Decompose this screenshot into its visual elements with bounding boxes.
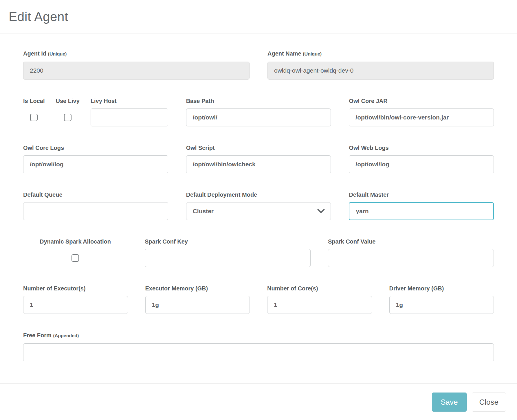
free-form-input[interactable] <box>23 343 494 361</box>
is-local-checkbox[interactable] <box>30 114 38 121</box>
owl-web-logs-input[interactable] <box>349 155 494 173</box>
driver-memory-label: Driver Memory (GB) <box>389 284 494 292</box>
field-default-master: Default Master <box>349 191 494 220</box>
agent-id-label: Agent Id (Unique) <box>23 49 250 58</box>
owl-script-input[interactable] <box>186 155 331 173</box>
base-path-input[interactable] <box>186 108 331 126</box>
dynamic-spark-allocation-label: Dynamic Spark Allocation <box>40 237 111 246</box>
number-of-executors-input[interactable] <box>23 296 128 314</box>
owl-core-logs-label: Owl Core Logs <box>23 144 168 152</box>
row-free-form: Free Form (Appended) <box>23 331 494 361</box>
default-master-label: Default Master <box>349 191 494 199</box>
number-of-cores-label: Number of Core(s) <box>267 284 372 292</box>
agent-name-input <box>267 62 494 80</box>
livy-host-label: Livy Host <box>91 97 168 105</box>
livy-host-input[interactable] <box>91 108 168 126</box>
number-of-cores-input[interactable] <box>267 296 372 314</box>
field-use-livy: Use Livy <box>56 97 79 126</box>
default-deployment-mode-label: Default Deployment Mode <box>186 191 331 199</box>
agent-name-label: Agent Name (Unique) <box>267 49 494 58</box>
field-executor-memory: Executor Memory (GB) <box>145 284 250 314</box>
default-queue-label: Default Queue <box>23 191 168 199</box>
use-livy-label: Use Livy <box>56 97 79 105</box>
free-form-label: Free Form (Appended) <box>23 331 494 340</box>
owl-core-logs-input[interactable] <box>23 155 168 173</box>
field-spark-conf-value: Spark Conf Value <box>328 237 494 267</box>
edit-agent-modal: Edit Agent Agent Id (Unique) Agent Name … <box>0 0 517 420</box>
modal-header: Edit Agent <box>0 0 517 34</box>
row-defaults: Default Queue Default Deployment Mode Cl… <box>23 191 494 220</box>
default-deployment-mode-select[interactable]: Cluster <box>186 202 331 220</box>
executor-memory-input[interactable] <box>145 296 250 314</box>
free-form-suffix: (Appended) <box>53 333 79 338</box>
agent-name-suffix: (Unique) <box>303 51 322 56</box>
livy-group: Is Local Use Livy Livy Host <box>23 97 168 126</box>
spark-conf-value-input[interactable] <box>328 249 494 267</box>
owl-core-jar-label: Owl Core JAR <box>349 97 494 105</box>
field-livy-host: Livy Host <box>91 97 168 126</box>
field-default-queue: Default Queue <box>23 191 168 220</box>
edit-agent-form: Agent Id (Unique) Agent Name (Unique) Is… <box>0 34 517 383</box>
chevron-down-icon <box>317 209 325 214</box>
field-number-of-executors: Number of Executor(s) <box>23 284 128 314</box>
owl-script-label: Owl Script <box>186 144 331 152</box>
default-master-input[interactable] <box>349 202 494 220</box>
field-agent-name: Agent Name (Unique) <box>267 49 494 80</box>
base-path-label: Base Path <box>186 97 331 105</box>
field-number-of-cores: Number of Core(s) <box>267 284 372 314</box>
modal-footer: Save Close <box>0 383 517 420</box>
field-base-path: Base Path <box>186 97 331 126</box>
is-local-label: Is Local <box>23 97 45 105</box>
spark-conf-value-label: Spark Conf Value <box>328 237 494 246</box>
dynamic-spark-allocation-checkbox[interactable] <box>72 254 79 262</box>
agent-id-suffix: (Unique) <box>48 51 67 56</box>
field-owl-script: Owl Script <box>186 144 331 173</box>
driver-memory-input[interactable] <box>389 296 494 314</box>
row-spark-conf: Dynamic Spark Allocation Spark Conf Key … <box>23 237 494 267</box>
default-queue-input[interactable] <box>23 202 168 220</box>
row-logs: Owl Core Logs Owl Script Owl Web Logs <box>23 144 494 173</box>
field-driver-memory: Driver Memory (GB) <box>389 284 494 314</box>
agent-id-input <box>23 62 250 80</box>
field-agent-id: Agent Id (Unique) <box>23 49 250 80</box>
spark-conf-key-input[interactable] <box>145 249 311 267</box>
close-button[interactable]: Close <box>472 393 506 412</box>
executor-memory-label: Executor Memory (GB) <box>145 284 250 292</box>
default-deployment-mode-value: Cluster <box>193 208 214 215</box>
owl-web-logs-label: Owl Web Logs <box>349 144 494 152</box>
use-livy-checkbox[interactable] <box>64 114 72 121</box>
row-resources: Number of Executor(s) Executor Memory (G… <box>23 284 494 314</box>
save-button[interactable]: Save <box>432 393 466 412</box>
row-agent-identity: Agent Id (Unique) Agent Name (Unique) <box>23 49 494 80</box>
field-dynamic-spark-allocation: Dynamic Spark Allocation <box>23 237 127 267</box>
field-default-deployment-mode: Default Deployment Mode Cluster <box>186 191 331 220</box>
field-is-local: Is Local <box>23 97 45 126</box>
number-of-executors-label: Number of Executor(s) <box>23 284 128 292</box>
field-owl-core-jar: Owl Core JAR <box>349 97 494 126</box>
field-free-form: Free Form (Appended) <box>23 331 494 361</box>
field-spark-conf-key: Spark Conf Key <box>145 237 311 267</box>
field-owl-web-logs: Owl Web Logs <box>349 144 494 173</box>
page-title: Edit Agent <box>9 10 68 24</box>
spark-conf-key-label: Spark Conf Key <box>145 237 311 246</box>
row-livy-paths: Is Local Use Livy Livy Host Base Path Ow… <box>23 97 494 126</box>
owl-core-jar-input[interactable] <box>349 108 494 126</box>
field-owl-core-logs: Owl Core Logs <box>23 144 168 173</box>
